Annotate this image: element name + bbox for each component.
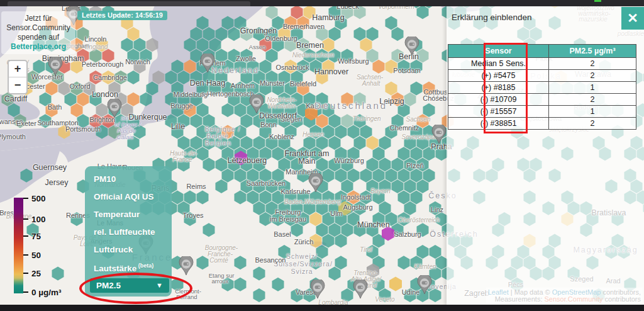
table-row: (-) #388512 xyxy=(448,118,636,130)
annotation-red-ellipse xyxy=(79,273,192,304)
table-row: (+) #54752 xyxy=(448,70,636,82)
betterplace-link[interactable]: Betterplace.org xyxy=(11,42,66,51)
map-pin-marker[interactable] xyxy=(309,280,326,300)
map-zoom-control: + − xyxy=(8,60,28,94)
zoom-in-button[interactable]: + xyxy=(9,61,26,77)
table-cell: 1 xyxy=(549,82,636,94)
legend-tick xyxy=(23,218,28,220)
table-cell: 2 xyxy=(549,94,636,106)
layer-menu-item-lautst-rke[interactable]: Lautstärke (beta) xyxy=(94,254,172,273)
table-row: (-) #155571 xyxy=(448,106,636,118)
donation-line: Sensor.Community xyxy=(1,23,75,33)
legend-tick xyxy=(23,198,28,199)
donation-line: Jetzt für xyxy=(1,14,75,23)
layer-menu-items: PM10Official AQI USTemperaturrel. Luftfe… xyxy=(85,166,172,273)
table-header-row: SensorPM2.5 µg/m³ xyxy=(448,45,636,58)
legend-tick xyxy=(23,291,28,293)
donation-note: Jetzt für Sensor.Community spenden auf B… xyxy=(1,11,75,54)
legend-tick xyxy=(23,254,28,256)
green-indicator xyxy=(594,0,601,2)
map-pin-marker[interactable] xyxy=(416,275,433,295)
explanation-toggle[interactable]: Erklärung einblenden xyxy=(452,13,532,22)
map-pin-marker[interactable] xyxy=(199,54,216,74)
table-header-cell: PM2.5 µg/m³ xyxy=(549,45,636,58)
explanation-panel: Erklärung einblenden ✕ SensorPM2.5 µg/m³… xyxy=(447,6,644,305)
legend-tick-label: 0 µg/m³ xyxy=(31,287,62,297)
legend-tick-label: 100 xyxy=(31,215,46,224)
sensor-values-table: SensorPM2.5 µg/m³ Median 5 Sens.2(+) #54… xyxy=(448,44,636,130)
map-pin-marker[interactable] xyxy=(248,94,265,115)
table-cell: 1 xyxy=(549,106,636,118)
table-cell: 2 xyxy=(549,118,636,130)
layer-menu-item-official-aqi-us[interactable]: Official AQI US xyxy=(94,184,172,201)
layer-menu-item-luftdruck[interactable]: Luftdruck xyxy=(94,237,172,254)
map-pin-marker[interactable] xyxy=(308,173,324,193)
map-pin-marker[interactable] xyxy=(431,125,447,145)
table-row: (+) #81851 xyxy=(448,82,636,94)
table-cell: 2 xyxy=(549,58,636,70)
layer-menu-item-temperatur[interactable]: Temperatur xyxy=(94,201,172,219)
legend-tick-label: 500 xyxy=(31,193,46,203)
zoom-out-button[interactable]: − xyxy=(9,77,26,93)
annotation-red-rectangle xyxy=(484,43,528,133)
close-panel-button[interactable]: ✕ xyxy=(621,7,644,30)
address-bar-slab xyxy=(8,1,250,6)
bottom-chrome-bar xyxy=(0,305,644,311)
legend-tick-label: 75 xyxy=(31,231,41,240)
legend-gradient-bar xyxy=(14,198,23,293)
legend-tick-label: 50 xyxy=(31,251,41,260)
top-chrome-bar xyxy=(0,0,644,6)
layer-menu-item-pm10[interactable]: PM10 xyxy=(94,166,172,184)
donation-line: spenden auf xyxy=(1,33,75,42)
map-pin-marker[interactable] xyxy=(106,99,123,119)
legend-tick xyxy=(23,273,28,274)
last-update-badge: Letztes Update: 14:56:19 xyxy=(77,11,167,20)
table-row: (-) #107092 xyxy=(448,94,636,106)
legend-tick-label: 25 xyxy=(31,269,41,278)
app-window: LeedsHullLincolnEnglandNottinghamNorwich… xyxy=(0,0,644,311)
close-icon: ✕ xyxy=(627,11,638,25)
table-cell: 2 xyxy=(549,70,636,82)
layer-menu-item-rel-luftfeuchte[interactable]: rel. Luftfeuchte xyxy=(94,219,172,237)
map-pin-marker[interactable] xyxy=(178,256,194,276)
color-scale-legend: 5001007550250 µg/m³ xyxy=(9,193,78,301)
table-row: Median 5 Sens.2 xyxy=(448,58,636,70)
map-pin-marker[interactable] xyxy=(404,37,420,57)
legend-tick xyxy=(23,235,28,237)
map-pin-marker[interactable] xyxy=(47,57,64,77)
map-pin-marker[interactable] xyxy=(352,280,369,300)
